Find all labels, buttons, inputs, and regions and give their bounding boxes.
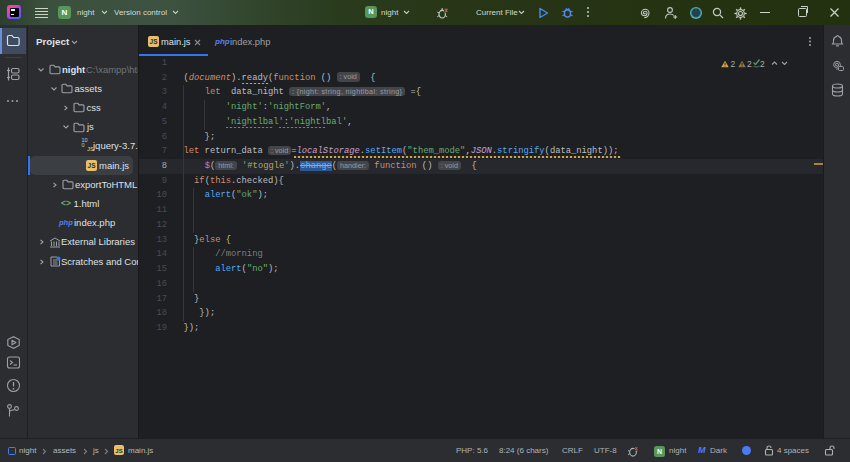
- svg-text:JS: JS: [87, 162, 96, 169]
- svg-text:JS: JS: [115, 448, 122, 454]
- svg-text:JS: JS: [150, 38, 159, 45]
